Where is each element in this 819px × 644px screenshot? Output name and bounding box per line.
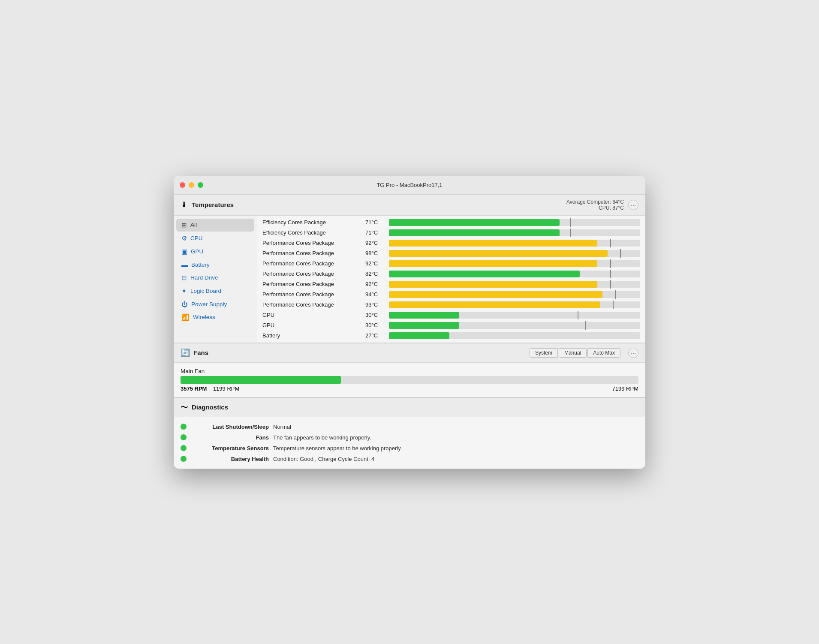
- cpu-label: CPU:: [599, 205, 611, 211]
- temp-label: Performance Cores Package: [262, 291, 361, 298]
- sidebar-label-battery: Battery: [191, 262, 210, 268]
- diag-status-dot: [181, 434, 187, 440]
- temp-bar-bg: [389, 281, 640, 288]
- battery-icon: ▬: [181, 261, 188, 268]
- temp-bar-fill: [389, 322, 459, 329]
- sidebar-item-logicboard[interactable]: ✦ Logic Board: [176, 285, 254, 298]
- traffic-lights: [180, 182, 203, 188]
- temp-bar-marker: [585, 321, 586, 330]
- temp-bar-bg: [389, 219, 640, 226]
- cpu-icon: ⚙: [181, 235, 187, 242]
- temp-row: Efficiency Cores Package 71°C: [257, 217, 645, 228]
- avg-computer-value: 64°C: [612, 199, 624, 205]
- temp-value: 93°C: [365, 301, 385, 308]
- temp-bar-bg: [389, 301, 640, 308]
- temp-bar-marker: [610, 239, 611, 247]
- fans-controls: System Manual Auto Max: [530, 348, 620, 358]
- titlebar: TG Pro - MacBookPro17,1: [174, 176, 645, 195]
- powersupply-icon: ⏻: [181, 301, 188, 308]
- diag-status-dot: [181, 445, 187, 451]
- main-fan-label: Main Fan: [181, 368, 638, 374]
- diag-status-dot: [181, 424, 187, 430]
- fan-bar-background: [181, 376, 638, 384]
- diagnostics-section: 〜 Diagnostics Last Shutdown/Sleep Normal…: [174, 398, 645, 469]
- sidebar-item-wireless[interactable]: 📶 Wireless: [176, 311, 254, 324]
- temp-label: Efficiency Cores Package: [262, 229, 361, 236]
- temp-row: GPU 30°C: [257, 310, 645, 320]
- fan-automax-button[interactable]: Auto Max: [587, 348, 620, 358]
- fan-bar-fill: [181, 376, 341, 384]
- temp-label: Performance Cores Package: [262, 260, 361, 267]
- sidebar-item-battery[interactable]: ▬ Battery: [176, 259, 254, 271]
- temp-bar-marker: [613, 301, 614, 309]
- temperatures-header: 🌡 Temperatures Average Computer: 64°C CP…: [174, 195, 645, 216]
- temp-label: Performance Cores Package: [262, 250, 361, 256]
- fans-header: 🔄 Fans System Manual Auto Max ···: [174, 343, 645, 363]
- temp-label: Performance Cores Package: [262, 301, 361, 308]
- temp-value: 82°C: [365, 271, 385, 277]
- diag-row: Battery Health Condition: Good , Charge …: [181, 454, 638, 464]
- temp-bar-bg: [389, 260, 640, 267]
- temp-bar-marker: [570, 218, 571, 227]
- temp-value: 71°C: [365, 219, 385, 226]
- temp-bar-fill: [389, 291, 602, 298]
- temp-bar-fill: [389, 250, 608, 257]
- maximize-button[interactable]: [198, 182, 203, 188]
- sidebar-label-logicboard: Logic Board: [190, 288, 221, 294]
- temp-value: 30°C: [365, 312, 385, 318]
- app-window: TG Pro - MacBookPro17,1 🌡 Temperatures A…: [174, 176, 645, 469]
- sidebar-item-powersupply[interactable]: ⏻ Power Supply: [176, 298, 254, 310]
- temp-label: Performance Cores Package: [262, 240, 361, 246]
- diag-key: Fans: [192, 434, 269, 441]
- temp-bar-marker: [610, 259, 611, 268]
- fans-more-button[interactable]: ···: [628, 348, 638, 358]
- temp-value: 27°C: [365, 332, 385, 339]
- temperatures-title: Temperatures: [192, 201, 566, 208]
- fans-body: Main Fan 3575 RPM 1199 RPM 7199 RPM: [174, 363, 645, 397]
- diag-value: Normal: [273, 424, 291, 430]
- sidebar-label-gpu: GPU: [191, 248, 203, 255]
- temp-bar-marker: [620, 249, 621, 258]
- diag-value: Condition: Good , Charge Cycle Count: 4: [273, 456, 374, 462]
- temp-bar-bg: [389, 271, 640, 277]
- temp-row: Performance Cores Package 82°C: [257, 269, 645, 279]
- temp-row: Performance Cores Package 92°C: [257, 279, 645, 289]
- temp-value: 92°C: [365, 260, 385, 267]
- diag-row: Fans The fan appears to be working prope…: [181, 432, 638, 443]
- temp-bar-fill: [389, 229, 560, 236]
- temp-row: Performance Cores Package 92°C: [257, 259, 645, 269]
- diag-row: Last Shutdown/Sleep Normal: [181, 421, 638, 432]
- temp-bar-fill: [389, 271, 580, 277]
- sidebar-label-wireless: Wireless: [193, 314, 215, 320]
- minimize-button[interactable]: [189, 182, 194, 188]
- all-icon: ⊞: [181, 221, 187, 229]
- sidebar-label-cpu: CPU: [190, 235, 203, 241]
- temp-bar-marker: [615, 290, 616, 299]
- diag-status-dot: [181, 456, 187, 462]
- diag-value: Temperature sensors appear to be working…: [273, 445, 402, 451]
- temp-bar-bg: [389, 291, 640, 298]
- temp-label: Efficiency Cores Package: [262, 219, 361, 226]
- fans-title: Fans: [193, 349, 530, 356]
- temp-row: Performance Cores Package 98°C: [257, 248, 645, 259]
- temp-bar-fill: [389, 240, 597, 247]
- close-button[interactable]: [180, 182, 185, 188]
- temperatures-more-button[interactable]: ···: [628, 200, 638, 210]
- temp-label: Performance Cores Package: [262, 281, 361, 287]
- sidebar-item-all[interactable]: ⊞ All: [176, 219, 254, 232]
- fan-system-button[interactable]: System: [530, 348, 558, 358]
- temp-bar-marker: [570, 229, 571, 237]
- harddrive-icon: ⊟: [181, 274, 187, 282]
- temperatures-body: ⊞ All ⚙ CPU ▣ GPU ▬ Battery ⊟ Hard Dri: [174, 216, 645, 343]
- temp-value: 98°C: [365, 250, 385, 256]
- fan-manual-button[interactable]: Manual: [559, 348, 587, 358]
- temp-bar-fill: [389, 260, 597, 267]
- sidebar-item-harddrive[interactable]: ⊟ Hard Drive: [176, 271, 254, 284]
- temp-bar-marker: [610, 270, 611, 278]
- sidebar-item-cpu[interactable]: ⚙ CPU: [176, 232, 254, 245]
- temp-bar-bg: [389, 332, 640, 339]
- sidebar-item-gpu[interactable]: ▣ GPU: [176, 245, 254, 258]
- fan-rpm-row: 3575 RPM 1199 RPM 7199 RPM: [181, 385, 638, 392]
- fan-current-rpm: 3575 RPM: [181, 385, 207, 392]
- thermometer-icon: 🌡: [181, 200, 188, 209]
